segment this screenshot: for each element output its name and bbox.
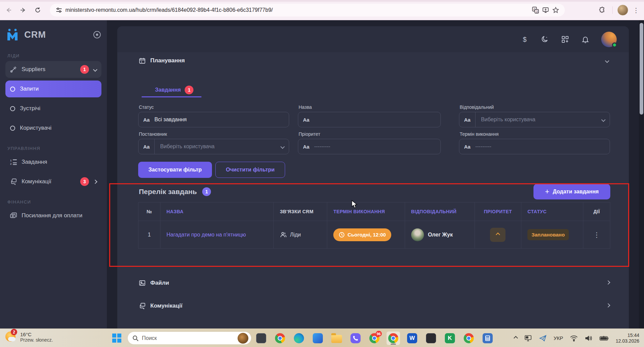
- viber-icon[interactable]: [349, 332, 362, 345]
- image-icon: [139, 280, 146, 286]
- dark-mode-icon[interactable]: [541, 35, 549, 44]
- green-app-icon[interactable]: K: [443, 332, 457, 345]
- sidebar-item-meetings[interactable]: Зустрічі: [5, 100, 101, 117]
- name-filter-input[interactable]: Aa: [298, 112, 441, 127]
- sidebar-item-communications[interactable]: Комунікації 3: [5, 173, 101, 190]
- remote-display-icon[interactable]: [524, 335, 532, 342]
- battery-icon[interactable]: [600, 335, 609, 341]
- assignee-filter-select[interactable]: Aa Виберіть користувача: [459, 112, 610, 127]
- apply-filter-button[interactable]: Застосувати фільтр: [138, 162, 212, 178]
- chevron-right-icon[interactable]: [93, 180, 97, 184]
- column-header[interactable]: ДІЇ: [583, 202, 610, 221]
- numbered-list-icon: 12: [10, 159, 17, 165]
- weather-widget[interactable]: 2 16°C Przew. słonecz.: [5, 331, 53, 343]
- edge-icon[interactable]: [292, 332, 306, 345]
- translate-icon[interactable]: G文: [530, 5, 541, 15]
- column-header[interactable]: ПРІОРИТЕТ: [475, 202, 522, 221]
- column-header[interactable]: ТЕРМІН ВИКОНАННЯ: [327, 202, 405, 221]
- due-date-text: Сьогодні, 12:00: [347, 232, 386, 238]
- sidebar-item-requests[interactable]: Запити: [5, 81, 101, 97]
- language-indicator[interactable]: УКР: [554, 335, 563, 341]
- sidebar-collapse-icon[interactable]: [93, 30, 101, 39]
- wifi-icon[interactable]: [570, 335, 578, 342]
- creator-filter-select[interactable]: Aa Виберіть користувача: [138, 139, 289, 154]
- url-text[interactable]: ministerstvo-remontu.com.ua/hub/crm/lead…: [65, 7, 530, 13]
- url-bar[interactable]: ministerstvo-remontu.com.ua/hub/crm/lead…: [50, 4, 565, 17]
- assignee-avatar: [411, 228, 424, 241]
- extensions-icon[interactable]: [597, 5, 608, 15]
- tab-tasks[interactable]: Завдання 1: [155, 86, 193, 94]
- billing-icon[interactable]: $: [520, 35, 529, 44]
- assignee-filter-placeholder: Виберіть користувача: [481, 117, 535, 123]
- taskbar-search[interactable]: [127, 332, 251, 345]
- scrollbar-thumb[interactable]: [640, 23, 643, 115]
- telegram-icon[interactable]: [539, 335, 547, 342]
- priority-up-button[interactable]: [490, 228, 505, 242]
- column-header[interactable]: СТАТУС: [521, 202, 583, 221]
- column-header[interactable]: НАЗВА: [160, 202, 274, 221]
- sidebar-item-users[interactable]: Користувачі: [5, 120, 101, 136]
- filter-label: Назва: [299, 104, 312, 110]
- priority-filter-input[interactable]: Aa ---------: [298, 139, 441, 154]
- user-avatar[interactable]: [601, 32, 617, 47]
- task-name-link[interactable]: Нагадати про демо на п'ятницю: [166, 232, 246, 238]
- planning-section-header[interactable]: 1 Планування: [139, 57, 185, 64]
- chrome-active-icon[interactable]: [387, 332, 400, 345]
- volume-icon[interactable]: [585, 335, 593, 342]
- payment-icon: [10, 212, 17, 219]
- chrome-icon[interactable]: [273, 332, 287, 345]
- chevron-down-icon[interactable]: [93, 67, 97, 72]
- back-icon[interactable]: [3, 5, 14, 15]
- browser-menu-icon[interactable]: ⋮: [633, 6, 639, 14]
- temperature: 16°C: [20, 332, 53, 337]
- site-info-icon[interactable]: [56, 7, 62, 13]
- apps-grid-icon[interactable]: [561, 35, 570, 44]
- file-explorer-icon[interactable]: [330, 332, 343, 345]
- planning-collapse-icon[interactable]: [605, 59, 609, 63]
- chevron-down-icon[interactable]: [280, 145, 285, 149]
- install-icon[interactable]: [541, 5, 551, 15]
- sidebar-item-payment-links[interactable]: Посилання для оплати: [5, 207, 101, 224]
- tray-expand-icon[interactable]: [514, 336, 518, 340]
- sidebar-item-suppliers[interactable]: Suppliers 1: [5, 61, 101, 78]
- status-filter-input[interactable]: Aa Всі завдання: [138, 112, 289, 127]
- chrome-profile2-icon[interactable]: 96: [368, 332, 381, 345]
- svg-text:1: 1: [10, 159, 12, 162]
- chrome-profile3-icon[interactable]: [462, 332, 476, 345]
- bookmark-star-icon[interactable]: [551, 5, 561, 15]
- word-icon[interactable]: W: [405, 332, 419, 345]
- sidebar-item-tasks[interactable]: 12 Завдання: [5, 154, 101, 170]
- due-filter-input[interactable]: Aa ---------: [459, 139, 610, 154]
- browser-profile-avatar[interactable]: [617, 5, 628, 15]
- taskbar-clock[interactable]: 15:44 12.03.2026: [616, 333, 639, 344]
- crm-app: CRM ЛІДИ Suppliers 1 Запити Зус: [0, 20, 644, 328]
- dark-app-icon[interactable]: [424, 332, 438, 345]
- media-app-icon[interactable]: [311, 332, 325, 345]
- clear-filters-button[interactable]: Очистити фільтри: [215, 162, 285, 178]
- chevron-right-icon[interactable]: [606, 280, 610, 285]
- chevron-down-icon[interactable]: [601, 118, 606, 122]
- add-task-button[interactable]: + Додати завдання: [533, 184, 610, 199]
- search-highlight-image[interactable]: [238, 333, 248, 344]
- chevron-right-icon[interactable]: [606, 303, 610, 308]
- sidebar-item-label: Зустрічі: [20, 105, 97, 112]
- creator-filter-placeholder: Виберіть користувача: [160, 144, 215, 150]
- column-header[interactable]: ВІДПОВІДАЛЬНИЙ: [405, 202, 475, 221]
- search-input[interactable]: [142, 335, 238, 341]
- calculator-icon[interactable]: [481, 332, 494, 345]
- files-section-header[interactable]: Файли: [139, 280, 169, 286]
- column-header[interactable]: ЗВ'ЯЗКИ CRM: [274, 202, 327, 221]
- divider: [612, 6, 613, 14]
- notifications-bell-icon[interactable]: [581, 35, 590, 44]
- page-scrollbar[interactable]: [639, 20, 644, 328]
- chat-icon: [139, 303, 146, 309]
- reload-icon[interactable]: [32, 5, 43, 15]
- app-window-icon[interactable]: [254, 332, 268, 345]
- browser-toolbar: ministerstvo-remontu.com.ua/hub/crm/lead…: [0, 0, 644, 20]
- text-format-icon: Aa: [143, 144, 150, 150]
- start-button[interactable]: [112, 334, 121, 343]
- communications-section-header[interactable]: Комунікації: [139, 303, 182, 309]
- forward-icon[interactable]: [18, 5, 28, 15]
- column-header[interactable]: №: [139, 202, 160, 221]
- row-actions-menu-icon[interactable]: ⋮: [593, 231, 600, 239]
